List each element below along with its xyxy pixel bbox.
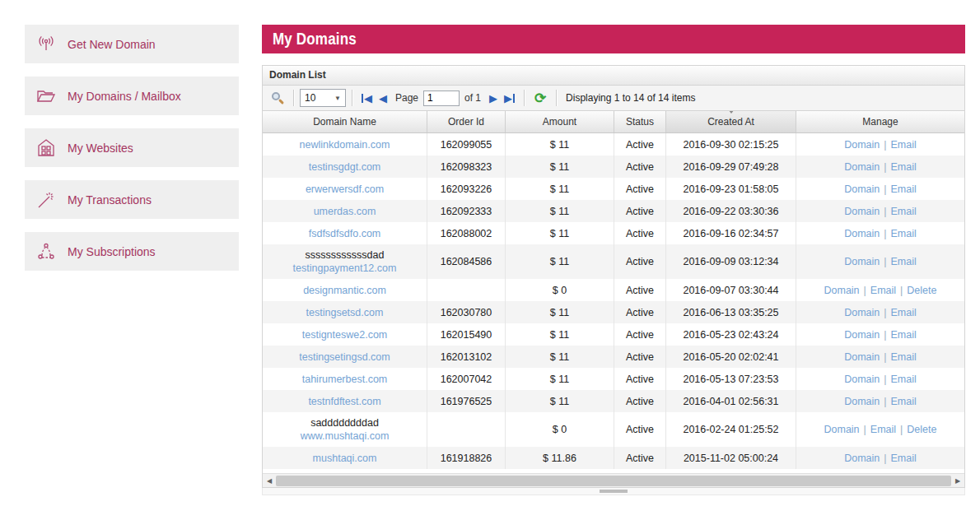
domain-link[interactable]: testingpayment12.com	[293, 262, 397, 275]
chevron-down-icon: ▼	[334, 95, 341, 102]
manage-domain-link[interactable]: Domain	[844, 306, 880, 319]
manage-email-link[interactable]: Email	[891, 351, 917, 364]
amount-cell: $ 11	[506, 133, 614, 156]
page-size-select[interactable]: 10 ▼	[300, 89, 346, 107]
sidebar-item-my-websites[interactable]: My Websites	[25, 128, 239, 167]
created-at-cell: 2016-05-20 02:02:41	[666, 346, 796, 368]
amount-cell: $ 11	[506, 178, 614, 200]
table-row: testingsetingsd.com162013102$ 11Active20…	[263, 346, 964, 368]
manage-domain-link[interactable]: Domain	[844, 351, 880, 364]
page-label: Page	[395, 92, 418, 104]
manage-domain-link[interactable]: Domain	[824, 284, 860, 297]
manage-domain-link[interactable]: Domain	[844, 328, 880, 341]
manage-email-link[interactable]: Email	[891, 255, 917, 268]
domain-link[interactable]: testnfdftest.com	[308, 395, 380, 408]
order-id-cell: 162013102	[427, 346, 506, 368]
sidebar-item-my-subscriptions[interactable]: My Subscriptions	[25, 232, 239, 271]
manage-cell: Domain|Email	[796, 178, 964, 200]
manage-domain-link[interactable]: Domain	[844, 138, 880, 151]
panel-resize-strip	[262, 488, 965, 495]
domain-cell: erwerwersdf.com	[263, 178, 427, 200]
amount-cell: $ 11	[506, 301, 614, 323]
amount-cell: $ 11	[506, 222, 614, 244]
domain-link[interactable]: tahirumerbest.com	[302, 373, 388, 386]
sidebar-item-my-transactions[interactable]: My Transactions	[25, 180, 239, 219]
status-cell: Active	[614, 156, 666, 178]
table-row: testingsetsd.com162030780$ 11Active2016-…	[263, 301, 964, 323]
manage-email-link[interactable]: Email	[891, 160, 917, 174]
manage-email-link[interactable]: Email	[870, 284, 896, 297]
manage-domain-link[interactable]: Domain	[844, 183, 880, 196]
search-button[interactable]	[268, 88, 287, 108]
domain-cell: designmantic.com	[263, 279, 427, 301]
column-header-amount[interactable]: Amount	[506, 111, 614, 132]
order-id-cell: 162084586	[427, 244, 506, 279]
domain-link[interactable]: designmantic.com	[303, 284, 386, 297]
manage-separator: |	[884, 395, 886, 408]
manage-separator: |	[884, 452, 886, 465]
domain-link[interactable]: umerdas.com	[314, 205, 376, 218]
column-header-status[interactable]: Status	[614, 111, 666, 132]
order-id-cell: 162030780	[427, 301, 506, 323]
column-header-created-at[interactable]: Created At	[666, 111, 796, 132]
scrollbar-thumb[interactable]	[276, 476, 951, 486]
page-of-label: of 1	[464, 92, 481, 104]
pager-first-button[interactable]: ◀	[358, 92, 376, 104]
manage-separator: |	[884, 306, 886, 319]
manage-email-link[interactable]: Email	[891, 306, 917, 319]
scroll-right-icon[interactable]: ▶	[951, 474, 964, 488]
house-grid-icon	[35, 137, 57, 159]
manage-delete-link[interactable]: Delete	[907, 284, 936, 297]
manage-domain-link[interactable]: Domain	[844, 255, 880, 268]
manage-email-link[interactable]: Email	[870, 423, 896, 436]
refresh-button[interactable]: ⟳	[530, 88, 550, 108]
manage-domain-link[interactable]: Domain	[844, 452, 880, 465]
scroll-left-icon[interactable]: ◀	[263, 474, 276, 488]
domain-link[interactable]: fsdfsdfsdfo.com	[309, 227, 381, 240]
domain-link[interactable]: www.mushtaqi.com	[301, 429, 390, 443]
domain-link[interactable]: erwerwersdf.com	[306, 183, 384, 196]
manage-email-link[interactable]: Email	[891, 373, 917, 386]
manage-email-link[interactable]: Email	[891, 328, 917, 341]
manage-domain-link[interactable]: Domain	[844, 395, 880, 408]
toolbar-separator	[556, 90, 557, 106]
amount-cell: $ 11	[506, 390, 614, 412]
sidebar-item-get-new-domain[interactable]: Get New Domain	[25, 25, 239, 63]
manage-domain-link[interactable]: Domain	[844, 373, 880, 386]
manage-domain-link[interactable]: Domain	[844, 205, 880, 218]
domain-link[interactable]: testingsetsd.com	[306, 306, 384, 319]
manage-email-link[interactable]: Email	[891, 227, 917, 240]
manage-email-link[interactable]: Email	[891, 395, 917, 408]
resize-grip-handle[interactable]	[600, 490, 628, 493]
manage-email-link[interactable]: Email	[891, 452, 917, 465]
manage-domain-link[interactable]: Domain	[844, 160, 880, 174]
column-header-manage[interactable]: Manage	[796, 111, 964, 132]
pager-next-button[interactable]: ▶	[486, 92, 501, 104]
amount-cell: $ 11	[506, 200, 614, 222]
manage-delete-link[interactable]: Delete	[907, 423, 936, 436]
column-header-order-id[interactable]: Order Id	[427, 111, 506, 132]
toolbar-separator	[352, 90, 352, 106]
pager-prev-button[interactable]: ◀	[376, 92, 390, 104]
horizontal-scrollbar[interactable]: ◀ ▶	[263, 473, 964, 487]
domain-cell: mushtaqi.com	[263, 447, 427, 469]
domain-cell: testignteswe2.com	[263, 323, 427, 346]
domain-cell: ssssssssssssdadtestingpayment12.com	[263, 244, 427, 279]
page-number-input[interactable]	[423, 91, 460, 106]
table-row: saddddddddadwww.mushtaqi.com$ 0Active201…	[263, 412, 964, 447]
manage-domain-link[interactable]: Domain	[844, 227, 880, 240]
pager-last-button[interactable]: ▶	[501, 92, 518, 104]
table-row: testinsgdgt.com162098323$ 11Active2016-0…	[263, 156, 964, 178]
manage-email-link[interactable]: Email	[891, 183, 917, 196]
domain-link[interactable]: testignteswe2.com	[302, 328, 388, 341]
manage-domain-link[interactable]: Domain	[824, 423, 860, 436]
domain-link[interactable]: testinsgdgt.com	[309, 160, 381, 174]
sidebar-item-my-domains-mailbox[interactable]: My Domains / Mailbox	[25, 77, 239, 115]
column-header-domain-name[interactable]: Domain Name	[263, 111, 427, 132]
manage-cell: Domain|Email|Delete	[796, 412, 964, 447]
manage-email-link[interactable]: Email	[891, 205, 917, 218]
domain-link[interactable]: mushtaqi.com	[313, 452, 377, 465]
manage-email-link[interactable]: Email	[891, 138, 917, 151]
domain-link[interactable]: testingsetingsd.com	[299, 351, 390, 364]
domain-link[interactable]: newlinkdomain.com	[300, 138, 390, 151]
